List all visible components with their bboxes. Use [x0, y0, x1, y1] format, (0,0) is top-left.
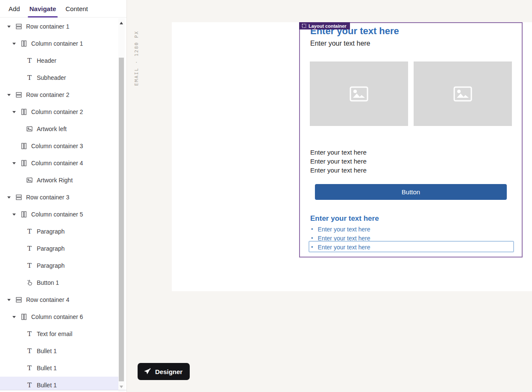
tree-item-label: Row container 2 — [26, 91, 69, 98]
tree-item-label: Paragraph — [37, 228, 65, 235]
tree-item-label: Text for email — [37, 331, 72, 337]
tree-item-label: Header — [37, 57, 56, 64]
caret-down-icon[interactable] — [12, 161, 16, 165]
artwork-right-placeholder[interactable] — [414, 61, 512, 126]
tree-item-paragraph-3[interactable]: T Paragraph — [0, 257, 118, 274]
caret-down-icon[interactable] — [12, 315, 16, 319]
bullet-list-title[interactable]: Enter your text here — [310, 214, 379, 223]
tree-item-subheader[interactable]: T Subheader — [0, 69, 118, 86]
layout-container[interactable]: Layout container Enter your text here En… — [299, 22, 523, 257]
column-container-icon — [20, 211, 28, 218]
tab-navigate[interactable]: Navigate — [29, 0, 56, 18]
tree-item-text-for-email[interactable]: T Text for email — [0, 325, 118, 342]
scroll-down-arrow-icon[interactable] — [120, 386, 123, 388]
caret-down-icon[interactable] — [7, 195, 11, 199]
tree-item-label: Column container 6 — [31, 313, 83, 320]
image-placeholder-icon — [350, 86, 368, 102]
column-container-icon — [20, 40, 28, 47]
tree-item-artwork-left[interactable]: Artwork left — [0, 120, 118, 137]
column-container-icon — [20, 142, 28, 150]
tree-item-row-container-1[interactable]: Row container 1 — [0, 18, 118, 35]
row-container-icon — [15, 193, 23, 201]
row-container-icon — [15, 91, 23, 99]
tree-item-bullet-1a[interactable]: T Bullet 1 — [0, 342, 118, 360]
tree-item-label: Column container 5 — [31, 211, 83, 218]
tree-item-artwork-right[interactable]: Artwork Right — [0, 172, 118, 189]
tree-item-label: Bullet 1 — [37, 348, 57, 354]
tree-item-label: Column container 1 — [31, 40, 83, 47]
bullet-item-3-selected[interactable]: • Enter your text here — [311, 243, 370, 252]
tree-item-column-container-6[interactable]: Column container 6 — [0, 308, 118, 325]
text-icon: T — [26, 57, 33, 64]
tree-item-header[interactable]: T Header — [0, 52, 118, 69]
tree-item-paragraph-1[interactable]: T Paragraph — [0, 223, 118, 240]
tree-item-row-container-2[interactable]: Row container 2 — [0, 86, 118, 103]
tree-item-paragraph-2[interactable]: T Paragraph — [0, 240, 118, 257]
text-icon: T — [26, 330, 33, 338]
tab-add[interactable]: Add — [9, 0, 20, 18]
bullet-item-text[interactable]: Enter your text here — [318, 244, 370, 251]
scroll-up-arrow-icon[interactable] — [120, 22, 123, 24]
caret-placeholder — [12, 144, 16, 148]
tree-item-bullet-1b[interactable]: T Bullet 1 — [0, 360, 118, 377]
paper-plane-icon — [143, 368, 151, 376]
caret-down-icon[interactable] — [12, 41, 16, 46]
tree-item-column-container-3[interactable]: Column container 3 — [0, 137, 118, 155]
caret-down-icon[interactable] — [7, 24, 11, 29]
caret-down-icon[interactable] — [12, 110, 16, 114]
sidebar-tabbar: Add Navigate Content — [0, 0, 126, 18]
tree-item-label: Subheader — [37, 74, 66, 81]
dashed-selection-icon — [302, 23, 306, 28]
tree-item-label: Button 1 — [37, 279, 59, 286]
layer-tree: Row container 1 Column container 1 T Hea… — [0, 18, 118, 392]
designer-button[interactable]: Designer — [138, 363, 190, 380]
tree-item-label: Column container 2 — [31, 108, 83, 115]
tab-content[interactable]: Content — [65, 0, 88, 18]
caret-down-icon[interactable] — [12, 212, 16, 216]
tree-item-label: Column container 4 — [31, 160, 83, 167]
tree-item-column-container-2[interactable]: Column container 2 — [0, 103, 118, 120]
tree-item-label: Column container 3 — [31, 143, 83, 149]
artwork-image-icon — [26, 176, 33, 184]
tree-item-row-container-3[interactable]: Row container 3 — [0, 189, 118, 206]
tree-item-label: Artwork Right — [37, 177, 73, 184]
layout-container-badge[interactable]: Layout container — [299, 22, 350, 29]
bullet-dot: • — [311, 243, 313, 252]
bullet-item-1[interactable]: • Enter your text here — [311, 225, 370, 234]
email-paragraph-line[interactable]: Enter your text here — [310, 157, 367, 166]
caret-down-icon[interactable] — [7, 298, 11, 302]
tree-item-column-container-4[interactable]: Column container 4 — [0, 155, 118, 172]
bullet-dot: • — [311, 225, 313, 234]
tree-item-label: Artwork left — [37, 126, 67, 132]
tree-item-label: Paragraph — [37, 262, 65, 269]
text-icon: T — [26, 364, 33, 372]
button-click-icon — [26, 279, 33, 287]
tree-item-button-1[interactable]: Button 1 — [0, 274, 118, 291]
text-icon: T — [26, 245, 33, 252]
text-icon: T — [26, 74, 33, 82]
email-button[interactable]: Button — [315, 184, 507, 200]
navigator-sidebar: Add Navigate Content Row container 1 Col… — [0, 0, 127, 392]
text-icon: T — [26, 228, 33, 235]
text-icon: T — [26, 381, 33, 389]
caret-down-icon[interactable] — [7, 93, 11, 97]
tree-item-row-container-4[interactable]: Row container 4 — [0, 291, 118, 308]
sidebar-scrollbar[interactable] — [118, 18, 125, 392]
column-container-icon — [20, 313, 28, 321]
scrollbar-thumb[interactable] — [119, 58, 124, 381]
tree-item-label: Paragraph — [37, 245, 65, 252]
designer-button-label: Designer — [155, 368, 182, 375]
tree-item-column-container-1[interactable]: Column container 1 — [0, 35, 118, 52]
email-subheader-text[interactable]: Enter your text here — [310, 40, 370, 47]
email-paragraph-block[interactable]: Enter your text here Enter your text her… — [310, 148, 367, 175]
email-paragraph-line[interactable]: Enter your text here — [310, 148, 367, 157]
email-width-ruler-label: EMAIL · 1280 PX — [130, 26, 143, 90]
artwork-left-placeholder[interactable] — [310, 61, 408, 126]
artwork-image-icon — [26, 125, 33, 133]
artwork-row — [310, 61, 512, 126]
row-container-icon — [15, 23, 23, 30]
tree-item-column-container-5[interactable]: Column container 5 — [0, 206, 118, 223]
bullet-item-text[interactable]: Enter your text here — [318, 226, 370, 233]
email-paragraph-line[interactable]: Enter your text here — [310, 166, 367, 175]
image-placeholder-icon — [453, 86, 472, 102]
